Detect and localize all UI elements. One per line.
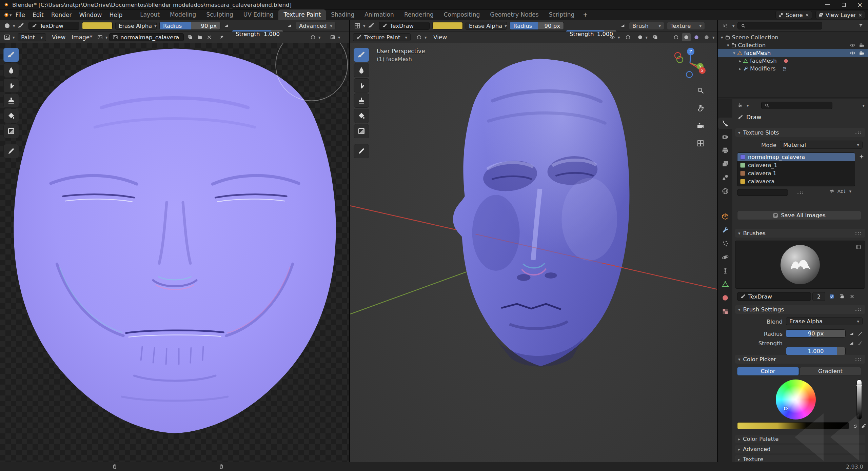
list-resize-grip[interactable] — [797, 191, 804, 194]
tab-tool[interactable] — [718, 118, 732, 129]
close-button[interactable]: × — [852, 0, 868, 9]
browse-image-button[interactable] — [96, 33, 104, 41]
workspace-tab-compositing[interactable]: Compositing — [439, 9, 485, 20]
workspace-tab-texture-paint[interactable]: Texture Paint — [278, 9, 326, 20]
outliner-row-facemesh-data[interactable]: ▸ faceMesh — [718, 57, 868, 65]
tab-scene[interactable] — [718, 172, 732, 183]
brush-name-field[interactable]: TexDraw — [28, 22, 79, 30]
brush-datablock-field[interactable]: TexDraw — [737, 292, 811, 301]
advanced-panel-header[interactable]: ▸ Advanced — [735, 445, 865, 453]
tab-world[interactable] — [718, 185, 732, 197]
disclosure-icon[interactable]: ▸ — [739, 67, 741, 71]
radius-pressure-icon[interactable] — [222, 22, 231, 30]
menu-window[interactable]: Window — [75, 10, 105, 20]
chevron-down-icon[interactable]: ▾ — [849, 189, 852, 193]
scene-selector[interactable]: Scene — [775, 11, 812, 19]
strength-slider[interactable]: 1.000 — [786, 347, 846, 355]
swap-sort-icon[interactable] — [829, 188, 835, 194]
panel-grip[interactable] — [855, 131, 862, 134]
color-picker-panel-header[interactable]: ▾ Color Picker — [735, 355, 865, 364]
blend-mode-dropdown[interactable]: Erase Alpha▾ — [466, 22, 507, 30]
add-slot-button[interactable] — [857, 152, 866, 161]
smear-tool-button[interactable] — [354, 78, 369, 93]
tab-texture[interactable] — [718, 306, 732, 317]
menu-image[interactable]: Image* — [68, 33, 96, 42]
xray-toggle[interactable] — [651, 33, 660, 41]
shading-solid-button[interactable] — [682, 33, 691, 41]
tab-modifiers[interactable] — [718, 224, 732, 236]
pin-icon[interactable] — [217, 33, 226, 41]
mask-tool-button[interactable] — [354, 124, 369, 138]
active-color-bar[interactable] — [737, 422, 849, 429]
radius-falloff-icon[interactable] — [856, 330, 865, 338]
fill-tool-button[interactable] — [354, 109, 369, 123]
unlink-icon[interactable] — [858, 13, 863, 17]
outliner-row-facemesh-object[interactable]: ▾ faceMesh — [718, 49, 868, 57]
blender-menu-icon[interactable] — [3, 12, 9, 18]
texture-panel-dropdown[interactable]: Texture▾ — [667, 22, 705, 30]
menu-edit[interactable]: Edit — [29, 10, 47, 20]
zoom-icon[interactable] — [696, 86, 705, 95]
draw-tool-button[interactable] — [354, 48, 369, 62]
camera-view-icon[interactable] — [696, 122, 705, 130]
shading-rendered-button[interactable] — [702, 33, 711, 41]
annotate-tool-button[interactable] — [354, 144, 369, 158]
brush-icon-button[interactable] — [17, 22, 25, 30]
menu-view[interactable]: View — [430, 33, 450, 42]
disclosure-icon[interactable]: ▾ — [727, 43, 729, 47]
strength-pressure-icon[interactable] — [618, 22, 627, 30]
outliner-row-modifiers[interactable]: ▸ Modifiers — [718, 65, 868, 73]
color-wheel[interactable] — [776, 380, 816, 419]
brush-preview[interactable] — [735, 241, 865, 289]
filter-button[interactable] — [856, 22, 865, 30]
camera-icon[interactable] — [859, 50, 865, 56]
brush-settings-panel-header[interactable]: ▾ Brush Settings — [735, 305, 865, 314]
symmetry-dropdown[interactable] — [353, 22, 362, 30]
ortho-toggle-icon[interactable] — [696, 139, 705, 147]
workspace-tab-modeling[interactable]: Modeling — [165, 9, 201, 20]
panel-grip[interactable] — [855, 232, 862, 234]
fill-tool-button[interactable] — [3, 109, 19, 123]
swap-colors-button[interactable] — [851, 422, 860, 430]
clone-tool-button[interactable] — [354, 94, 369, 108]
minimize-button[interactable] — [819, 0, 835, 9]
overlays-dropdown[interactable] — [636, 33, 645, 41]
tab-physics[interactable] — [718, 251, 732, 263]
value-slider-handle[interactable] — [856, 385, 862, 386]
gradient-tab-button[interactable]: Gradient — [800, 367, 861, 375]
editor-type-button[interactable] — [3, 33, 12, 41]
radius-slider[interactable]: Radius 90 px — [159, 22, 220, 30]
radius-slider[interactable]: Radius 90 px — [510, 22, 564, 30]
pan-hand-icon[interactable] — [696, 104, 705, 112]
disclosure-icon[interactable]: ▾ — [721, 35, 723, 40]
annotate-tool-button[interactable] — [3, 144, 19, 158]
tab-view-layer[interactable] — [718, 158, 732, 170]
radius-slider[interactable]: 90 px — [786, 329, 846, 337]
workspace-tab-sculpting[interactable]: Sculpting — [201, 9, 238, 20]
color-palette-panel-header[interactable]: ▸ Color Palette — [735, 435, 865, 443]
outliner-row-scene-collection[interactable]: ▾ Scene Collection — [718, 34, 868, 41]
menu-view[interactable]: View — [49, 33, 68, 42]
save-all-images-button[interactable]: Save All Images — [737, 211, 861, 220]
draw-tool-button[interactable] — [3, 48, 19, 62]
open-image-button[interactable] — [195, 33, 204, 41]
soften-tool-button[interactable] — [354, 63, 369, 77]
workspace-tab-geometry-nodes[interactable]: Geometry Nodes — [485, 9, 544, 20]
workspace-tab-rendering[interactable]: Rendering — [399, 9, 439, 20]
clone-tool-button[interactable] — [3, 94, 19, 108]
advanced-dropdown[interactable]: Advanced▾ — [296, 22, 336, 30]
blend-dropdown[interactable]: Erase Alpha▾ — [786, 317, 863, 325]
editor-type-button[interactable] — [721, 22, 730, 30]
eye-icon[interactable] — [850, 42, 855, 48]
shading-material-button[interactable] — [692, 33, 701, 41]
workspace-tab-scripting[interactable]: Scripting — [544, 9, 580, 20]
strength-slider[interactable]: Strength 1.000 — [232, 30, 283, 38]
image-datablock-field[interactable]: normalmap_calavera — [109, 33, 184, 41]
menu-file[interactable]: File — [12, 10, 29, 20]
display-channels-button[interactable] — [309, 33, 317, 41]
slot-filter-input[interactable] — [737, 189, 788, 196]
slot-row-calavera-1b[interactable]: calavera 1 — [737, 169, 855, 177]
tab-constraints[interactable] — [718, 265, 732, 277]
pivot-dropdown[interactable] — [415, 33, 423, 41]
strength-falloff-icon[interactable] — [856, 339, 865, 347]
